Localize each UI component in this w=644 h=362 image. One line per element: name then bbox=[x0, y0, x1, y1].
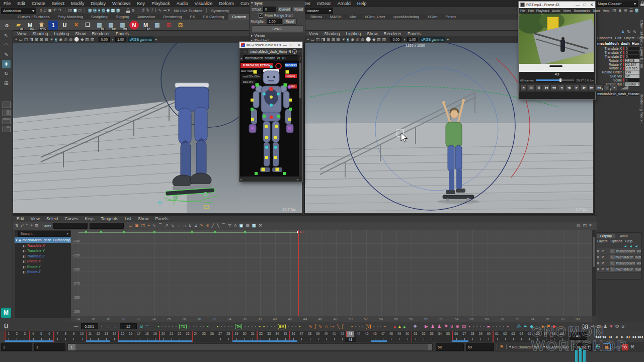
clamp-icon[interactable]: ▣ bbox=[135, 224, 139, 228]
picker-button[interactable] bbox=[265, 156, 268, 159]
free-icon[interactable]: ∪ bbox=[189, 224, 192, 228]
q-icon[interactable]: Q bbox=[292, 49, 296, 54]
cursor-icon[interactable]: ↖ bbox=[244, 50, 247, 54]
ge-playhead[interactable] bbox=[298, 230, 299, 316]
graph-editor-vscrollbar[interactable] bbox=[592, 230, 596, 316]
prefs-icon[interactable]: ⚒ bbox=[630, 344, 634, 349]
layer-swatch-icon[interactable]: ◺ bbox=[610, 249, 615, 253]
record-icon[interactable]: ● bbox=[611, 84, 617, 91]
shelf-cube-icon[interactable]: ▦ bbox=[152, 21, 162, 30]
picker-button[interactable] bbox=[251, 127, 254, 130]
paint-select-tool-icon[interactable]: ✎ bbox=[2, 50, 11, 59]
maximize-icon[interactable]: □ bbox=[581, 3, 588, 7]
list-icon[interactable]: ☰ bbox=[629, 9, 633, 13]
panel-a-icon[interactable]: ▤ bbox=[577, 224, 581, 228]
shelf-tab-fx-caching[interactable]: FX Caching bbox=[200, 14, 228, 20]
max-influences-icon[interactable]: ⊠ bbox=[116, 9, 120, 13]
close-icon[interactable]: ✕ bbox=[588, 3, 595, 7]
persp-icon[interactable]: ♟ bbox=[618, 9, 622, 13]
play-end-field[interactable]: 68 bbox=[436, 343, 464, 351]
dots-icon[interactable]: ∺ bbox=[590, 324, 594, 329]
add-key-icon[interactable]: ⊙ bbox=[206, 224, 209, 228]
video-scrub-slider[interactable] bbox=[536, 79, 575, 81]
graph-editor-plot[interactable]: -240-250-260-270-280-29043 bbox=[71, 230, 592, 316]
vp-icon-12[interactable]: ⚪ bbox=[366, 38, 371, 42]
save-scene-icon[interactable]: ▣ bbox=[48, 9, 52, 13]
more-orange-icon[interactable]: ⋯ bbox=[559, 324, 564, 329]
layer-row[interactable]: VPR◺mechaMech_dash bbox=[596, 266, 641, 273]
shelf-copy-icon[interactable]: ❏ bbox=[83, 21, 93, 30]
diamond-icon[interactable]: ◆ bbox=[530, 324, 533, 329]
channel-value[interactable]: 0 bbox=[625, 55, 639, 58]
layer-swatch-icon[interactable]: ◺ bbox=[610, 261, 615, 265]
in-tangent-icon[interactable]: ↗ bbox=[165, 224, 169, 228]
vp-icon-9[interactable]: ◉ bbox=[351, 38, 354, 42]
vp-icon-13[interactable]: ◆ bbox=[80, 38, 84, 42]
vp-icon-7[interactable]: ☀ bbox=[50, 38, 53, 42]
ge-channel-row[interactable]: ◧Translate Y bbox=[15, 248, 71, 254]
vp-icon-0[interactable]: ⌖ bbox=[15, 38, 18, 42]
step-back-button[interactable]: ▮◀ bbox=[601, 333, 607, 340]
shelf-tab-prism[interactable]: Prism bbox=[442, 14, 459, 20]
time-slider[interactable]: 1234567891011121314151617181920212223242… bbox=[4, 331, 568, 343]
layer-playback-toggle[interactable]: P bbox=[601, 249, 605, 253]
vp-icon-6[interactable]: ▦ bbox=[45, 38, 49, 42]
menu-item-panels[interactable]: Panels bbox=[408, 31, 421, 36]
picker-button[interactable] bbox=[255, 172, 258, 175]
menu-item-display[interactable]: Display bbox=[91, 1, 106, 6]
expand-icon[interactable]: ▸ bbox=[251, 34, 253, 38]
menu-item-layers[interactable]: Layers bbox=[597, 239, 607, 243]
rew-icon[interactable]: ◀◀ bbox=[550, 84, 557, 91]
shelf-jmp-icon[interactable]: ▦jmp bbox=[118, 21, 127, 30]
channel-value[interactable]: zxy bbox=[625, 70, 639, 74]
channel-row[interactable]: Sub Visoff bbox=[595, 74, 639, 78]
current-time-field[interactable]: 43 bbox=[570, 332, 587, 340]
flat-icon[interactable]: ∿ bbox=[152, 224, 156, 228]
menu-item-bookmarks[interactable]: Bookmarks bbox=[574, 9, 590, 13]
ge-channel-row[interactable]: ◧Rotate X bbox=[15, 259, 71, 264]
channel-value[interactable]: 0 bbox=[625, 51, 639, 54]
shelf-tab-xgen[interactable]: XGen bbox=[424, 14, 441, 20]
post-infinity-icon[interactable]: ⚒ bbox=[259, 224, 262, 228]
frame-icon[interactable]: ▥ bbox=[35, 224, 39, 228]
vp-icon-2[interactable]: ◫ bbox=[316, 38, 320, 42]
picker-button[interactable] bbox=[289, 99, 292, 102]
count-field[interactable]: 12 bbox=[120, 323, 137, 329]
picker-tab[interactable]: mechaMech_dash_Human bbox=[248, 49, 287, 54]
tab-channel-box-layer-editor[interactable]: Channel Box / Layer Editor bbox=[640, 20, 643, 69]
picker-button[interactable] bbox=[254, 70, 257, 74]
wave2-icon[interactable]: ʃ bbox=[315, 324, 316, 329]
collapse-icon[interactable]: ▾ bbox=[251, 1, 253, 5]
center-icon[interactable]: ⌖ bbox=[31, 224, 33, 228]
channel-row[interactable]: Rotate Y25.347 bbox=[595, 62, 639, 66]
snap-curve-icon[interactable]: ↪ bbox=[93, 9, 97, 13]
layout-button-3[interactable] bbox=[3, 118, 11, 124]
open-scene-icon[interactable]: ▱ bbox=[43, 9, 46, 13]
outliner-icon[interactable]: ◳ bbox=[612, 9, 616, 13]
menu-item-show[interactable]: Show bbox=[367, 31, 377, 36]
channel-row[interactable]: Translate X0 bbox=[595, 47, 639, 51]
layout-button-2[interactable] bbox=[3, 110, 11, 116]
vp-icon-8[interactable]: ◐ bbox=[347, 38, 349, 42]
person-icon[interactable]: ♟ bbox=[603, 324, 607, 329]
prev-icon[interactable]: ← bbox=[106, 324, 110, 329]
tab-modeling-toolkit[interactable]: Modeling Toolkit bbox=[640, 95, 643, 124]
snap-value-icon[interactable]: ▦ bbox=[246, 224, 250, 228]
layer-swatch-icon[interactable]: ◺ bbox=[610, 267, 615, 272]
dropdown-arrow-icon[interactable]: ▾ bbox=[168, 9, 170, 13]
vp-icon-15[interactable]: ▥ bbox=[382, 38, 386, 42]
layout-button-4[interactable] bbox=[3, 126, 11, 132]
multiplier-field[interactable]: 1.00 bbox=[267, 19, 282, 24]
menu-item-select[interactable]: Select bbox=[46, 216, 58, 221]
menu-set-dropdown[interactable]: Animation▾ bbox=[1, 8, 36, 14]
stop-icon[interactable]: ■ bbox=[520, 84, 527, 91]
wave5-icon[interactable]: ↝ bbox=[331, 324, 335, 329]
iso-icon[interactable]: ▽ bbox=[228, 224, 231, 228]
yellow-key3-icon[interactable]: ▪ bbox=[263, 324, 265, 329]
select-hierarchy-icon[interactable]: ◳ bbox=[68, 9, 72, 13]
go-start-button[interactable]: ▮◀◀ bbox=[595, 333, 601, 340]
picker-button[interactable] bbox=[288, 118, 291, 121]
vp-icon-11[interactable]: ◍ bbox=[361, 38, 364, 42]
shelf-tab-curves-surfaces[interactable]: Curves / Surfaces bbox=[14, 14, 53, 20]
picker-button[interactable] bbox=[251, 118, 254, 121]
